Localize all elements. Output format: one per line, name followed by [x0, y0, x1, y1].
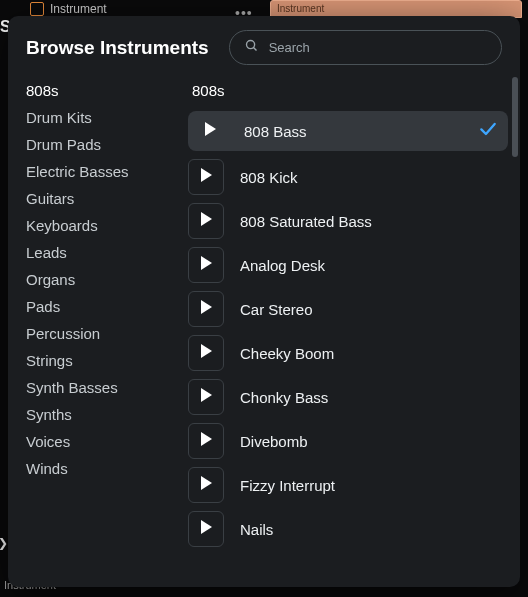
background-tab-label: Instrument [50, 2, 107, 16]
play-icon [200, 300, 212, 318]
instrument-label: Nails [240, 521, 508, 538]
svg-marker-2 [205, 122, 216, 136]
instrument-item[interactable]: Divebomb [188, 423, 508, 459]
instrument-label: Fizzy Interrupt [240, 477, 508, 494]
category-item[interactable]: Keyboards [26, 212, 176, 239]
category-item[interactable]: Voices [26, 428, 176, 455]
play-button[interactable] [188, 511, 224, 547]
play-button[interactable] [188, 467, 224, 503]
play-icon [200, 256, 212, 274]
category-item[interactable]: Leads [26, 239, 176, 266]
category-item[interactable]: Synth Basses [26, 374, 176, 401]
instrument-label: Analog Desk [240, 257, 508, 274]
list-heading: 808s [188, 75, 508, 111]
play-icon [200, 388, 212, 406]
instrument-label: 808 Saturated Bass [240, 213, 508, 230]
category-item[interactable]: 808s [26, 77, 176, 104]
play-icon [200, 476, 212, 494]
play-icon [200, 520, 212, 538]
instrument-item[interactable]: Nails [188, 511, 508, 547]
search-icon [244, 38, 259, 57]
svg-line-1 [253, 48, 256, 51]
play-button[interactable] [188, 247, 224, 283]
play-icon [200, 344, 212, 362]
category-item[interactable]: Pads [26, 293, 176, 320]
instrument-icon [30, 2, 44, 16]
background-tab: Instrument [30, 2, 107, 16]
search-input[interactable] [269, 40, 487, 55]
play-button[interactable] [188, 335, 224, 371]
instrument-list: 808 Bass808 Kick808 Saturated BassAnalog… [188, 111, 508, 579]
instrument-label: 808 Bass [244, 123, 462, 140]
instrument-item[interactable]: Cheeky Boom [188, 335, 508, 371]
background-panel-label: Instrument [277, 3, 324, 14]
play-icon [200, 212, 212, 230]
instrument-label: Car Stereo [240, 301, 508, 318]
svg-marker-9 [201, 432, 212, 446]
svg-point-0 [246, 41, 254, 49]
check-icon [478, 119, 498, 143]
modal-title: Browse Instruments [26, 37, 209, 59]
play-button[interactable] [188, 379, 224, 415]
svg-marker-10 [201, 476, 212, 490]
browse-instruments-modal: Browse Instruments 808sDrum KitsDrum Pad… [8, 16, 520, 587]
instrument-label: Divebomb [240, 433, 508, 450]
play-icon [200, 168, 212, 186]
svg-marker-4 [201, 212, 212, 226]
svg-marker-8 [201, 388, 212, 402]
instrument-item[interactable]: 808 Kick [188, 159, 508, 195]
category-item[interactable]: Guitars [26, 185, 176, 212]
category-item[interactable]: Electric Basses [26, 158, 176, 185]
instrument-item[interactable]: Fizzy Interrupt [188, 467, 508, 503]
play-icon [200, 432, 212, 450]
instrument-item[interactable]: 808 Saturated Bass [188, 203, 508, 239]
svg-marker-5 [201, 256, 212, 270]
svg-marker-3 [201, 168, 212, 182]
instrument-item[interactable]: Chonky Bass [188, 379, 508, 415]
category-list: 808sDrum KitsDrum PadsElectric BassesGui… [26, 75, 176, 579]
play-button[interactable] [188, 159, 224, 195]
instrument-item[interactable]: Car Stereo [188, 291, 508, 327]
play-button[interactable] [188, 291, 224, 327]
play-button[interactable] [188, 423, 224, 459]
play-button[interactable] [188, 203, 224, 239]
play-icon [204, 122, 216, 140]
chevron-right-icon: ❯ [0, 536, 8, 550]
category-item[interactable]: Winds [26, 455, 176, 482]
instrument-item[interactable]: 808 Bass [188, 111, 508, 151]
category-item[interactable]: Percussion [26, 320, 176, 347]
instrument-item[interactable]: Analog Desk [188, 247, 508, 283]
play-button[interactable] [192, 115, 228, 147]
instrument-label: Chonky Bass [240, 389, 508, 406]
category-item[interactable]: Drum Kits [26, 104, 176, 131]
scrollbar-thumb[interactable] [512, 77, 518, 157]
category-item[interactable]: Strings [26, 347, 176, 374]
search-field[interactable] [229, 30, 502, 65]
instrument-label: 808 Kick [240, 169, 508, 186]
instrument-label: Cheeky Boom [240, 345, 508, 362]
svg-marker-11 [201, 520, 212, 534]
category-item[interactable]: Synths [26, 401, 176, 428]
svg-marker-7 [201, 344, 212, 358]
svg-marker-6 [201, 300, 212, 314]
category-item[interactable]: Organs [26, 266, 176, 293]
category-item[interactable]: Drum Pads [26, 131, 176, 158]
